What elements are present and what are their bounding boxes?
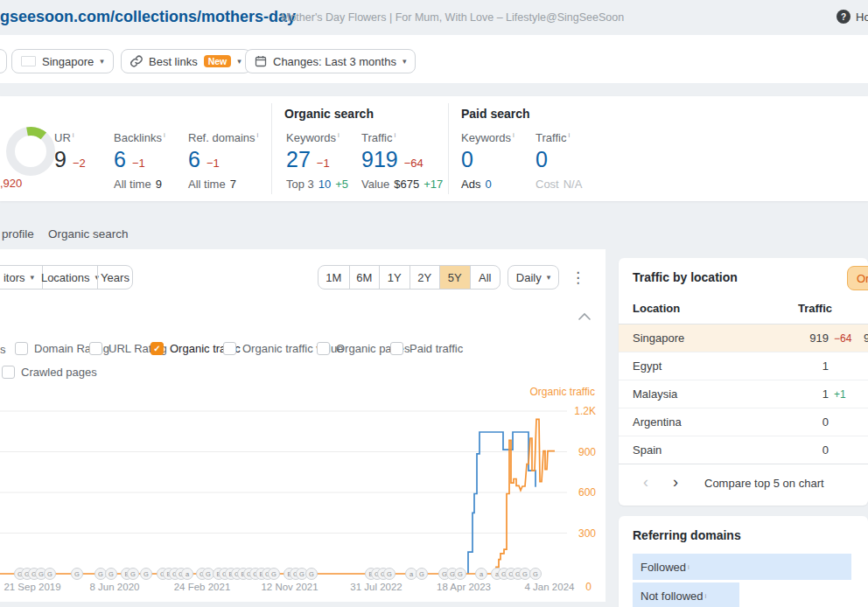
location-row-malaysia[interactable]: Malaysia 1 +1 <box>619 380 868 408</box>
metric-paid-traffic: Traffici 0 <box>536 131 570 172</box>
competitors-selector[interactable]: itors ▾ <box>0 266 42 289</box>
new-badge: New <box>204 55 232 68</box>
info-icon[interactable]: i <box>568 131 570 139</box>
x-axis-label: 12 Nov 2021 <box>261 582 318 592</box>
share-value-clipped: 9 <box>864 331 868 345</box>
checkbox-box-checked[interactable]: ✓ <box>150 342 164 355</box>
backlinks-label: Backlinks <box>114 131 162 144</box>
ur-delta: −2 <box>73 157 86 170</box>
compare-top5-link[interactable]: Compare top 5 on chart <box>704 477 824 490</box>
paid-traffic-label: Traffic <box>536 131 566 144</box>
organic-traffic-chart[interactable]: 1.2K900600300021 Sep 20198 Jun 202024 Fe… <box>0 385 606 602</box>
prev-page-icon[interactable]: ‹ <box>643 473 648 492</box>
range-all[interactable]: All <box>470 266 500 289</box>
info-icon[interactable]: i <box>394 131 396 139</box>
locations-selector[interactable]: Locations ▾ <box>42 266 97 289</box>
info-icon[interactable]: i <box>338 131 340 139</box>
chart-legend-organic-traffic: Organic traffic <box>530 386 595 398</box>
help-icon[interactable]: ? <box>836 10 850 24</box>
info-icon[interactable]: i <box>705 592 707 600</box>
referring-domains-title: Referring domains <box>633 528 741 542</box>
checkbox-box[interactable] <box>2 366 15 379</box>
toolbar: Singapore ▾ Best links New ▾ <box>0 35 868 83</box>
range-5y-selected[interactable]: 5Y <box>439 266 470 289</box>
range-6m[interactable]: 6M <box>349 266 380 289</box>
location-row-singapore[interactable]: Singapore 919 −64 9 <box>619 324 868 352</box>
metric-ur: URi 9−2 <box>54 131 86 172</box>
x-axis-label: 21 Sep 2019 <box>4 582 60 592</box>
best-links-selector[interactable]: Best links New ▾ <box>121 49 251 73</box>
gauge-caption: ,920 <box>0 177 22 190</box>
organic-traffic-value[interactable]: 919 <box>361 147 398 172</box>
checkbox-box[interactable] <box>89 342 102 355</box>
info-icon[interactable]: i <box>257 131 259 139</box>
divider <box>271 103 272 194</box>
chart-scope-buttons: itors ▾ Locations ▾ Years <box>0 265 133 290</box>
google-update-badge-letter: G <box>206 570 211 578</box>
granularity-selector[interactable]: Daily ▾ <box>508 266 558 289</box>
chevron-down-icon: ▾ <box>100 57 104 66</box>
not-followed-bar[interactable]: Not followedi <box>633 583 739 607</box>
backlinks-delta: −1 <box>132 157 145 170</box>
range-2y[interactable]: 2Y <box>410 266 440 289</box>
google-update-badge-letter: G <box>38 570 44 578</box>
location-row-egypt[interactable]: Egypt 1 <box>619 352 868 380</box>
range-1m[interactable]: 1M <box>318 266 349 289</box>
top-header: gseesoon.com/collections/mothers-day Mot… <box>0 0 868 35</box>
metric-organic-keywords: Keywordsi 27−1 <box>286 131 340 172</box>
ur-gauge-donut <box>0 121 61 182</box>
years-button[interactable]: Years <box>97 266 132 289</box>
y-axis-label: 900 <box>578 446 596 458</box>
info-icon[interactable]: i <box>688 563 690 571</box>
info-icon[interactable]: i <box>73 131 74 139</box>
next-page-icon[interactable]: › <box>673 473 678 492</box>
x-axis-label: 24 Feb 2021 <box>174 582 231 592</box>
checkbox-paid-traffic[interactable]: Paid traffic <box>390 342 463 355</box>
google-update-badge-letter: G <box>387 570 392 578</box>
backlinks-value[interactable]: 6 <box>114 147 126 172</box>
google-update-badge-letter: G <box>130 570 136 578</box>
clipped-left-button[interactable] <box>0 49 7 73</box>
info-icon[interactable]: i <box>513 131 514 139</box>
y-axis-label: 600 <box>578 486 596 499</box>
y-axis-label: 300 <box>578 527 596 540</box>
x-axis-label: 18 Apr 2023 <box>437 582 491 592</box>
changes-period-selector[interactable]: Changes: Last 3 months ▾ <box>245 49 416 73</box>
ref-domains-value[interactable]: 6 <box>188 147 200 172</box>
ref-domains-alltime: All time7 <box>188 178 236 191</box>
paid-traffic-value[interactable]: 0 <box>536 147 548 172</box>
metrics-summary-card: ,920 URi 9−2 Backlinksi 6−1 All time9 Re… <box>0 96 868 201</box>
checkbox-box[interactable] <box>390 342 403 355</box>
tab-backlink-profile[interactable]: profile <box>2 227 34 241</box>
organic-search-title: Organic search <box>284 107 374 121</box>
tab-organic-search[interactable]: Organic search <box>48 227 129 241</box>
help-menu[interactable]: ? Ho <box>836 10 868 24</box>
info-icon[interactable]: i <box>164 131 165 139</box>
calendar-icon <box>255 55 267 67</box>
checkbox-box[interactable] <box>317 342 330 355</box>
country-label: Singapore <box>42 55 94 68</box>
metric-organic-traffic: Traffici 919−64 <box>361 131 424 172</box>
paid-search-title: Paid search <box>461 107 530 121</box>
followed-label: Followed <box>640 561 686 574</box>
singapore-flag-icon <box>21 56 36 66</box>
ref-domains-label: Ref. domains <box>188 131 256 144</box>
followed-bar[interactable]: Followedi <box>633 554 851 580</box>
collapse-chevron-up-icon[interactable] <box>578 312 592 320</box>
checkbox-box[interactable] <box>15 342 28 355</box>
chart-series-secondary-blue <box>468 432 536 574</box>
x-axis-label: 4 Jan 2024 <box>525 582 576 592</box>
checkbox-box[interactable] <box>223 342 236 355</box>
chart-options-kebab-icon[interactable]: ⋮ <box>570 269 585 287</box>
location-row-spain[interactable]: Spain 0 <box>619 436 868 464</box>
country-selector[interactable]: Singapore ▾ <box>11 49 114 73</box>
organic-keywords-value[interactable]: 27 <box>286 147 311 172</box>
checkbox-crawled-pages[interactable]: Crawled pages <box>2 366 97 379</box>
paid-keywords-value[interactable]: 0 <box>461 147 473 172</box>
target-url[interactable]: gseesoon.com/collections/mothers-day <box>0 8 296 26</box>
divider <box>448 103 449 194</box>
location-row-argentina[interactable]: Argentina 0 <box>619 408 868 436</box>
section-tabs: profile Organic search <box>0 220 868 249</box>
organic-filter-button[interactable]: Organic <box>847 266 868 290</box>
range-1y[interactable]: 1Y <box>379 266 410 289</box>
